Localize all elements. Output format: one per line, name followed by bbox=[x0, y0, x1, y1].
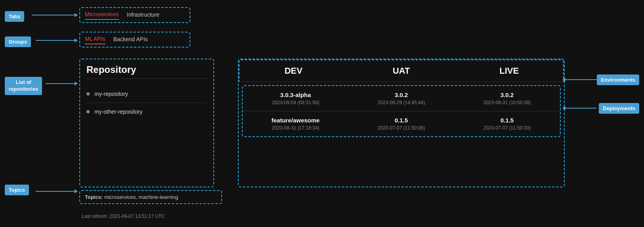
repository-header: Repository bbox=[86, 64, 207, 79]
arrow-repos bbox=[46, 83, 77, 84]
deploy-cell-live-1: 0.1.5 2023-07-07 (11:50:30) bbox=[454, 117, 560, 131]
arrow-topics bbox=[36, 191, 77, 192]
annotation-topics: Topics bbox=[5, 185, 29, 195]
deploy-cell-uat-1: 0.1.5 2023-07-07 (11:50:08) bbox=[349, 117, 454, 131]
last-refresh: Last refresh: 2023-09-07 13:51:17 UTC bbox=[82, 214, 165, 219]
annotation-groups: Groups bbox=[5, 36, 31, 47]
deploy-version: feature/awesome bbox=[271, 117, 320, 124]
deploy-timestamp: 2023-08-31 (10:00:38) bbox=[483, 100, 531, 105]
deploy-cell-dev-1: feature/awesome 2023-08-31 (17:18:34) bbox=[243, 117, 349, 131]
repo-name: my-repository bbox=[94, 91, 128, 97]
deploy-version: 0.1.5 bbox=[395, 117, 408, 124]
env-col-dev: DEV bbox=[240, 60, 347, 82]
deploy-cell-uat-0: 3.0.2 2023-08-29 (14:45:44) bbox=[349, 92, 454, 105]
repo-status-dot bbox=[86, 110, 90, 113]
env-col-uat: UAT bbox=[347, 60, 455, 82]
environments-header-row: DEV UAT LIVE bbox=[239, 59, 564, 82]
annotation-repos: List ofrepositories bbox=[5, 77, 42, 95]
group-ml-apis[interactable]: ML APIs bbox=[85, 36, 105, 44]
topics-value: microservices, machine-learning bbox=[104, 194, 178, 200]
repo-list-inner: Repository my-repository my-other-reposi… bbox=[80, 59, 213, 187]
arrow-groups bbox=[36, 40, 77, 41]
list-item[interactable]: my-other-repository bbox=[86, 103, 207, 120]
topics-inner: Topics: microservices, machine-learning bbox=[80, 191, 221, 203]
deploy-version: 0.1.5 bbox=[500, 117, 514, 124]
deployments-box: 3.0.3-alpha 2023-09-04 (09:31:50) 3.0.2 … bbox=[242, 85, 561, 137]
arrow-tabs bbox=[32, 15, 77, 15]
deploy-timestamp: 2023-07-07 (11:50:08) bbox=[378, 125, 425, 131]
repository-list-box: Repository my-repository my-other-reposi… bbox=[79, 59, 214, 187]
list-item[interactable]: my-repository bbox=[86, 85, 207, 103]
table-row[interactable]: 3.0.3-alpha 2023-09-04 (09:31:50) 3.0.2 … bbox=[243, 86, 560, 111]
topics-section: Topics: microservices, machine-learning bbox=[79, 190, 222, 204]
topics-label: Topics: bbox=[85, 194, 103, 200]
tabs-row: Microservices Infrastructure bbox=[80, 8, 190, 22]
env-label-live: LIVE bbox=[500, 66, 519, 76]
annotation-deployments: Deployments bbox=[599, 103, 639, 114]
deploy-cell-dev-0: 3.0.3-alpha 2023-09-04 (09:31:50) bbox=[243, 92, 349, 105]
deploy-cell-live-0: 3.0.2 2023-08-31 (10:00:38) bbox=[454, 92, 560, 105]
deploy-version: 3.0.3-alpha bbox=[280, 92, 311, 98]
deploy-version: 3.0.2 bbox=[395, 92, 408, 98]
env-col-live: LIVE bbox=[455, 60, 563, 82]
deploy-version: 3.0.2 bbox=[500, 92, 514, 98]
environments-deployments-box: DEV UAT LIVE 3.0.3-alpha 2023-09-04 (09:… bbox=[238, 59, 565, 187]
deploy-timestamp: 2023-08-29 (14:45:44) bbox=[378, 100, 425, 105]
repo-name: my-other-repository bbox=[94, 109, 142, 115]
deploy-timestamp: 2023-07-07 (11:50:30) bbox=[483, 125, 531, 131]
tab-infrastructure[interactable]: Infrastructure bbox=[127, 11, 159, 19]
env-label-dev: DEV bbox=[284, 66, 302, 76]
deploy-timestamp: 2023-08-31 (17:18:34) bbox=[272, 125, 319, 131]
annotation-environments: Environments bbox=[597, 74, 639, 85]
groups-section: ML APIs Backend APIs bbox=[79, 32, 190, 48]
deploy-timestamp: 2023-09-04 (09:31:50) bbox=[272, 100, 319, 105]
groups-row: ML APIs Backend APIs bbox=[80, 32, 190, 47]
table-row[interactable]: feature/awesome 2023-08-31 (17:18:34) 0.… bbox=[243, 111, 560, 136]
arrow-deployments bbox=[563, 108, 596, 109]
tabs-section: Microservices Infrastructure bbox=[79, 7, 190, 23]
repo-status-dot bbox=[86, 92, 90, 95]
arrow-environments bbox=[563, 79, 598, 80]
annotation-tabs: Tabs bbox=[5, 11, 24, 22]
tab-microservices[interactable]: Microservices bbox=[85, 11, 119, 20]
main-container: Tabs Groups List ofrepositories Topics E… bbox=[0, 0, 644, 227]
group-backend-apis[interactable]: Backend APIs bbox=[113, 36, 148, 44]
deploy-rows: 3.0.3-alpha 2023-09-04 (09:31:50) 3.0.2 … bbox=[243, 86, 560, 136]
env-label-uat: UAT bbox=[393, 66, 410, 76]
